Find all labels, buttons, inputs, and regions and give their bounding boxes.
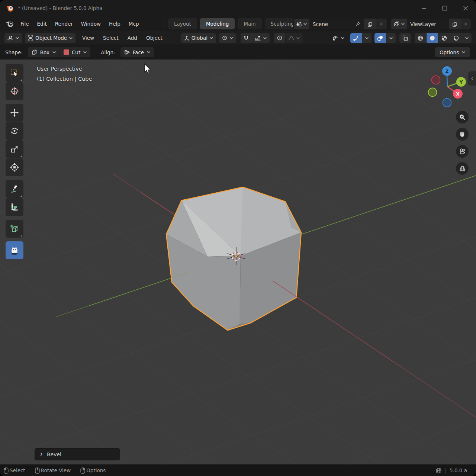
toolbar <box>6 64 23 260</box>
snap-target-button[interactable] <box>252 33 270 43</box>
menu-select[interactable]: Select <box>99 35 123 41</box>
blender-logo-icon <box>5 4 14 13</box>
zoom-button[interactable] <box>456 111 469 123</box>
cat-icon <box>9 245 20 255</box>
maximize-button[interactable] <box>434 0 455 16</box>
left-mouse-icon <box>4 467 9 474</box>
tool-move[interactable] <box>6 104 23 122</box>
view-name-text: User Perspective <box>37 64 92 74</box>
tool-transform[interactable] <box>6 158 23 176</box>
svg-text:Z: Z <box>446 69 449 74</box>
shading-wireframe-button[interactable] <box>415 33 426 43</box>
menu-add[interactable]: Add <box>123 35 142 41</box>
pivot-point-selector[interactable] <box>219 33 236 43</box>
camera-view-button[interactable] <box>456 145 469 158</box>
snap-increment-icon <box>255 35 261 41</box>
workspace-tab-main[interactable]: Main <box>238 18 261 29</box>
new-viewlayer-button[interactable] <box>449 19 460 29</box>
gizmo-group <box>350 33 372 43</box>
blender-mono-logo-icon <box>5 19 14 28</box>
shading-solid-button[interactable] <box>427 33 438 43</box>
keymap-select: Select <box>4 467 25 474</box>
workspace-tab-modeling[interactable]: Modeling <box>200 18 235 29</box>
tool-options-dropdown[interactable]: Options <box>435 47 470 57</box>
proportional-falloff-button[interactable] <box>286 33 303 43</box>
workspace-tab-layout[interactable]: Layout <box>168 18 197 29</box>
scene-icon <box>296 21 302 27</box>
viewlayer-name-field[interactable]: ViewLayer <box>407 19 449 29</box>
close-button[interactable] <box>455 0 476 16</box>
cut-mode-dropdown[interactable]: Cut <box>60 47 90 57</box>
tool-measure[interactable] <box>6 198 23 216</box>
align-dropdown[interactable]: Face <box>120 47 154 57</box>
gizmo-axis-y[interactable]: Y <box>456 77 466 87</box>
gizmo-axis-x-neg[interactable] <box>432 76 440 84</box>
gizmo-axis-z[interactable]: Z <box>442 66 452 76</box>
tool-rotate[interactable] <box>6 122 23 140</box>
menu-file[interactable]: File <box>16 19 33 29</box>
menu-mcp[interactable]: Mcp <box>125 19 143 29</box>
chevron-down-icon <box>296 36 300 40</box>
navigation-gizmo[interactable]: Z Y X <box>424 65 472 110</box>
window-title: * (Unsaved) - Blender 5.0.0 Alpha <box>18 5 102 11</box>
pan-hand-button[interactable] <box>456 128 469 141</box>
transform-orientation-selector[interactable]: Global <box>181 33 216 43</box>
gizmo-dropdown[interactable] <box>362 33 372 43</box>
snap-toggle-button[interactable] <box>241 33 252 43</box>
menu-object[interactable]: Object <box>142 35 167 41</box>
shading-rendered-button[interactable] <box>450 33 462 43</box>
overlays-dropdown[interactable] <box>386 33 396 43</box>
sidebar-toggle[interactable]: ‹ <box>468 71 476 86</box>
scene-type-button[interactable] <box>294 19 309 29</box>
tool-scale[interactable] <box>6 140 23 158</box>
unlink-scene-button[interactable] <box>376 19 387 29</box>
shading-dropdown[interactable] <box>462 33 472 43</box>
menu-view[interactable]: View <box>78 35 99 41</box>
show-gizmo-toggle[interactable] <box>350 33 362 43</box>
orthographic-grid-button[interactable] <box>456 162 469 175</box>
pin-icon[interactable] <box>355 21 361 27</box>
active-object-text: (1) Collection | Cube <box>37 74 92 84</box>
tool-annotate[interactable] <box>6 180 23 198</box>
menu-render[interactable]: Render <box>51 19 77 29</box>
tool-cursor[interactable] <box>6 82 23 100</box>
gizmo-axis-z-neg[interactable] <box>443 99 451 107</box>
editor-type-button[interactable] <box>4 33 22 43</box>
gizmo-axis-y-neg[interactable] <box>428 88 437 97</box>
visibility-filter-button[interactable] <box>329 33 347 43</box>
tool-add-cube[interactable] <box>6 220 23 238</box>
shape-label: Shape: <box>5 49 23 55</box>
tool-select-box[interactable] <box>6 64 23 82</box>
object-origin-dot <box>235 255 237 257</box>
show-overlays-toggle[interactable] <box>374 33 386 43</box>
cube-object[interactable] <box>166 187 301 330</box>
close-x-icon <box>464 22 468 26</box>
proportional-edit-toggle[interactable] <box>274 33 285 43</box>
operator-panel-bevel[interactable]: Bevel <box>35 448 120 460</box>
orientation-axes-icon <box>184 35 190 41</box>
rendered-sphere-icon <box>453 35 459 41</box>
view-controls <box>456 111 469 175</box>
menu-window[interactable]: Window <box>77 19 105 29</box>
viewlayer-type-button[interactable] <box>391 19 407 29</box>
xray-toggle[interactable] <box>399 33 411 43</box>
shading-material-button[interactable] <box>438 33 450 43</box>
menu-help[interactable]: Help <box>105 19 125 29</box>
shape-dropdown[interactable]: Box <box>28 47 60 57</box>
viewport-3d[interactable]: Shape: Box Cut Align: <box>0 45 476 464</box>
minimize-button[interactable] <box>414 0 434 16</box>
gizmo-axis-x[interactable]: X <box>453 89 463 99</box>
menu-edit[interactable]: Edit <box>33 19 51 29</box>
mode-selector[interactable]: Object Mode <box>25 33 75 43</box>
gizmo-icon <box>353 35 359 41</box>
chevron-down-icon <box>303 22 307 26</box>
object-mode-icon <box>28 35 33 41</box>
tool-mcp-cat[interactable] <box>6 241 23 259</box>
scene-name-field[interactable]: Scene <box>309 19 364 29</box>
svg-text:X: X <box>456 91 460 97</box>
workspace-tab-sculpting[interactable]: Sculpting <box>265 18 293 29</box>
version-separator: | <box>445 467 447 473</box>
remove-viewlayer-button[interactable] <box>461 19 471 29</box>
chevron-down-icon <box>229 36 234 40</box>
new-scene-button[interactable] <box>364 19 376 29</box>
